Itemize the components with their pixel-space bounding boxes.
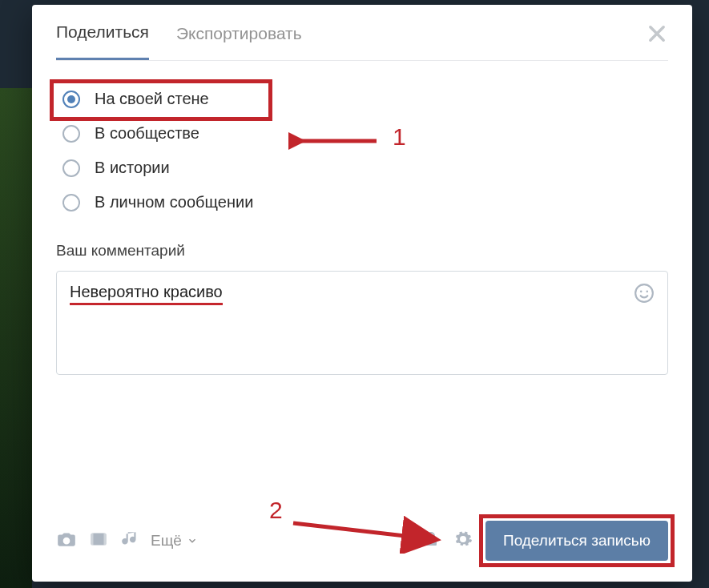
radio-label: В истории [95,159,170,177]
emoji-button[interactable] [634,283,655,307]
modal-content: На своей стене В сообществе В истории В … [32,61,692,375]
radio-indicator [62,91,80,108]
comment-text-value: Невероятно красиво [70,283,223,300]
svg-rect-4 [91,533,93,545]
attach-photo-button[interactable] [56,529,77,553]
radio-private-message[interactable]: В личном сообщении [56,185,668,219]
radio-label: На своей стене [95,90,209,108]
settings-button[interactable] [453,530,473,552]
privacy-button[interactable] [421,530,441,552]
modal-footer: Ещё Поделиться записью [56,521,668,561]
close-button[interactable] [646,22,668,48]
radio-own-wall[interactable]: На своей стене [56,82,668,116]
svg-point-0 [635,284,653,302]
comment-label: Ваш комментарий [56,242,668,260]
close-icon [646,22,668,45]
radio-story[interactable]: В истории [56,151,668,185]
lock-icon [421,530,441,549]
share-target-radio-group: На своей стене В сообществе В истории В … [56,82,668,219]
share-modal: Поделиться Экспортировать На своей стене… [32,5,692,582]
gear-icon [453,530,473,549]
music-icon [120,529,141,550]
attach-video-button[interactable] [88,529,109,553]
radio-indicator [62,159,80,177]
share-button-wrapper: Поделиться записью [485,521,668,561]
radio-indicator [62,194,80,211]
comment-text: Невероятно красиво [70,283,223,305]
annotation-underline [70,303,223,305]
camera-icon [56,529,77,550]
svg-point-2 [646,291,648,293]
svg-rect-5 [104,533,107,545]
tab-export[interactable]: Экспортировать [176,24,302,59]
radio-indicator [62,125,80,143]
tab-share[interactable]: Поделиться [56,22,149,60]
video-icon [88,529,109,550]
smile-icon [634,283,655,304]
background-image-strip [0,88,32,588]
comment-input[interactable]: Невероятно красиво [56,271,668,375]
chevron-down-icon [187,535,198,546]
more-label: Ещё [151,532,182,550]
radio-label: В сообществе [95,124,199,143]
attachment-icons [56,529,141,553]
radio-community[interactable]: В сообществе [56,116,668,151]
radio-label: В личном сообщении [95,193,253,211]
svg-point-1 [640,291,643,293]
share-post-button[interactable]: Поделиться записью [485,521,668,561]
annotation-number-2: 2 [269,497,283,524]
more-attachments-button[interactable]: Ещё [151,532,198,550]
attach-audio-button[interactable] [120,529,141,553]
modal-header: Поделиться Экспортировать [32,5,692,60]
